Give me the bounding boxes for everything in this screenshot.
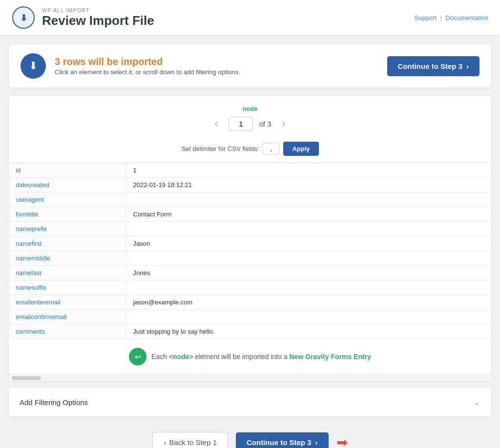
node-info-tag: <node> [169,353,193,361]
next-node-button[interactable]: › [277,115,291,132]
node-info-middle-text: element will be imported into a [195,353,288,361]
chevron-down-icon: ⌄ [473,397,480,407]
filtering-section: Add Filtering Options ⌄ [9,388,491,416]
field-value [126,222,491,236]
field-name: namefirst [9,236,126,251]
field-value [126,251,491,266]
table-row[interactable]: id 1 [9,163,491,178]
table-row[interactable]: datecreated 2022-01-19 18:12:21 [9,178,491,192]
back-label: Back to Step 1 [169,438,217,447]
import-banner: ⬇ 3 rows will be imported Click an eleme… [9,44,491,87]
node-navigator: node ‹ of 3 › [9,96,491,137]
field-name: namemiddle [9,251,126,266]
data-scroll-area[interactable]: id 1 datecreated 2022-01-19 18:12:21 use… [9,163,491,339]
banner-icon: ⬇ [21,53,46,79]
field-name: useragent [9,192,126,207]
field-name: comments [9,324,126,339]
rows-label: rows will be imported [63,56,163,67]
support-link[interactable]: Support [414,14,437,21]
delimiter-input[interactable] [263,143,279,155]
field-name: emailconfirmemail [9,310,126,324]
field-name: namesuffix [9,280,126,295]
banner-heading: 3 rows will be imported [55,56,240,67]
node-info-icon: ↩ [129,348,146,365]
filtering-header[interactable]: Add Filtering Options ⌄ [9,388,491,416]
horizontal-scrollbar[interactable] [9,374,491,381]
total-pages-value: 3 [267,120,271,128]
h-scroll-thumb [12,376,41,380]
node-pager: ‹ of 3 › [209,115,291,132]
apply-button[interactable]: Apply [283,142,318,156]
table-row[interactable]: emailconfirmemail [9,310,491,324]
header: ⬇ WP ALL IMPORT Review Import File Suppo… [0,0,500,36]
documentation-link[interactable]: Documentation [446,14,488,21]
delimiter-row: Set delimiter for CSV fields: Apply [9,137,491,163]
back-to-step1-button[interactable]: ‹ Back to Step 1 [152,432,228,448]
field-name: namelast [9,266,126,280]
header-left: ⬇ WP ALL IMPORT Review Import File [12,6,154,29]
footer-actions: ‹ Back to Step 1 Continue to Step 3 › ➡ [9,425,491,448]
header-sup-title: WP ALL IMPORT [42,7,154,13]
field-value: Contact Form [126,207,491,222]
banner-left: ⬇ 3 rows will be imported Click an eleme… [21,53,240,79]
svg-text:⬇: ⬇ [20,13,27,23]
field-value: Just stopping by to say hello. [126,324,491,339]
continue-step3-footer-button[interactable]: Continue to Step 3 › [236,432,329,448]
node-info-text: Each <node> element will be imported int… [151,353,371,361]
node-info-gf: New Gravity Forms Entry [290,353,371,361]
header-links: Support | Documentation [414,14,488,21]
continue-footer-label: Continue to Step 3 [247,438,312,447]
node-label: node [242,105,257,112]
table-row[interactable]: emailenteremail jason@example.com [9,295,491,310]
table-row[interactable]: useragent [9,192,491,207]
data-table: id 1 datecreated 2022-01-19 18:12:21 use… [9,163,491,339]
of-text: of [259,120,265,128]
banner-text: 3 rows will be imported Click an element… [55,56,240,76]
field-value: 1 [126,163,491,178]
table-row[interactable]: nameprefix [9,222,491,236]
continue-step3-banner-label: Continue to Step 3 [398,62,463,70]
field-value [126,310,491,324]
arrow-indicator: ➡ [336,434,348,448]
filtering-title: Add Filtering Options [20,398,88,406]
header-titles: WP ALL IMPORT Review Import File [42,7,154,28]
wp-all-import-logo: ⬇ [12,6,35,29]
field-name: formtitle [9,207,126,222]
field-name: id [9,163,126,178]
table-row[interactable]: namefirst Jason [9,236,491,251]
continue-step3-banner-button[interactable]: Continue to Step 3 › [387,56,480,76]
red-arrow-icon: ➡ [336,434,348,448]
table-row[interactable]: formtitle Contact Form [9,207,491,222]
table-row[interactable]: comments Just stopping by to say hello. [9,324,491,339]
field-value [126,280,491,295]
page-title: Review Import File [42,13,154,28]
chevron-right-footer-icon: › [315,438,318,447]
field-value: Jason [126,236,491,251]
page-of-label: of 3 [259,120,271,128]
field-name: datecreated [9,178,126,192]
table-row[interactable]: namelast Jones [9,266,491,280]
divider: | [440,14,442,21]
prev-node-button[interactable]: ‹ [209,115,223,132]
table-row[interactable]: namemiddle [9,251,491,266]
banner-sub-text: Click an element to select it, or scroll… [55,68,240,76]
chevron-right-icon: › [466,62,469,70]
field-name: emailenteremail [9,295,126,310]
page-number-input[interactable] [229,117,253,131]
field-value: 2022-01-19 18:12:21 [126,178,491,192]
chevron-left-icon: ‹ [164,438,166,447]
node-info: ↩ Each <node> element will be imported i… [9,339,491,374]
rows-count: 3 [55,56,60,67]
field-name: nameprefix [9,222,126,236]
delimiter-label: Set delimiter for CSV fields: [181,145,259,152]
field-value: jason@example.com [126,295,491,310]
main-content-area: node ‹ of 3 › Set delimiter for CSV fiel… [9,96,491,381]
node-info-prefix: Each [151,353,167,361]
field-value: Jones [126,266,491,280]
table-row[interactable]: namesuffix [9,280,491,295]
field-value [126,192,491,207]
